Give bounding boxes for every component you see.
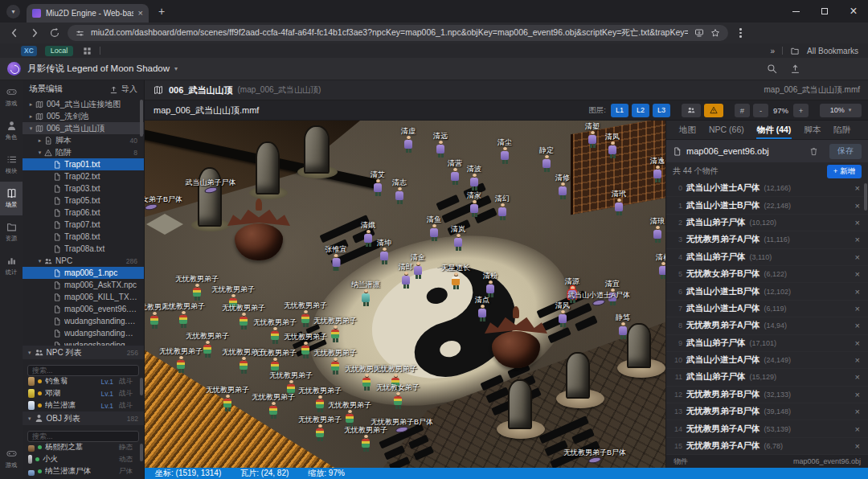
object-delete-icon[interactable]: × xyxy=(855,424,860,434)
npc-wd[interactable]: 清家 xyxy=(467,191,481,217)
npc-wd[interactable]: 清远 xyxy=(433,132,448,158)
bookmark-local[interactable]: Local xyxy=(45,46,74,56)
object-delete-icon[interactable]: × xyxy=(855,321,860,330)
add-object-button[interactable]: + 新增 xyxy=(827,165,862,178)
object-scrollbar-thumb[interactable] xyxy=(864,183,867,211)
object-delete-icon[interactable]: × xyxy=(855,201,860,211)
npc-list-item[interactable]: 钓鱼翁Lv.1战斗 xyxy=(23,375,144,387)
object-row[interactable]: 10武当山小道士A尸体(24,149)× xyxy=(666,352,868,369)
chevron-right-icon[interactable]: ▸ xyxy=(36,137,43,144)
object-delete-icon[interactable]: × xyxy=(855,183,860,193)
new-tab-button[interactable]: + xyxy=(158,5,165,18)
npc-wd[interactable]: 静笃 xyxy=(616,313,630,339)
all-bookmarks-label[interactable]: All Bookmarks xyxy=(807,47,858,55)
zoom-in-button[interactable]: + xyxy=(793,104,809,117)
npc-wd[interactable]: 清逸 xyxy=(650,157,665,182)
bookmark-star-icon[interactable] xyxy=(710,28,720,38)
npc-visibility-button[interactable] xyxy=(682,104,701,117)
chevron-down-icon[interactable]: ▾ xyxy=(27,125,35,132)
site-settings-icon[interactable] xyxy=(76,29,84,38)
window-minimize-button[interactable] xyxy=(781,0,810,23)
rail-item-统计[interactable]: 统计 xyxy=(0,249,23,283)
chevron-down-icon[interactable]: ▾ xyxy=(36,258,43,264)
tree-item[interactable]: Trap01.txt xyxy=(23,158,144,170)
chevron-down-icon[interactable]: ▾ xyxy=(36,149,43,156)
rail-item-角色[interactable]: 角色 xyxy=(0,114,23,148)
tree-item[interactable]: ▾006_武当山山顶 xyxy=(23,122,144,134)
npc-wd[interactable]: 清鱼 xyxy=(427,215,441,241)
npc-wd[interactable]: 清岚 xyxy=(451,225,465,251)
obj-list-item[interactable]: 小火动态 xyxy=(23,453,144,465)
npc-wy[interactable]: 无忧教男弟子 xyxy=(298,416,342,441)
npc-list-section-header[interactable]: ▾ NPC 列表 256 xyxy=(23,346,144,359)
install-app-icon[interactable] xyxy=(694,28,704,38)
tree-item[interactable]: map006_KILL_TX.npc xyxy=(23,291,144,303)
object-row[interactable]: 13无忧教男弟子B尸体(39,148)× xyxy=(666,403,868,420)
tree-item[interactable]: Trap07.txt xyxy=(23,219,144,231)
reload-icon[interactable] xyxy=(49,27,60,39)
npc-wd[interactable]: 张惟宜 xyxy=(326,245,347,271)
chevron-right-icon[interactable]: ▸ xyxy=(27,113,35,120)
object-row[interactable]: 12无忧教男弟子B尸体(32,133)× xyxy=(666,387,868,403)
npc-wd[interactable]: 静定 xyxy=(539,146,554,172)
npc-wd[interactable]: 清尘 xyxy=(497,138,512,164)
npc-wd[interactable]: 清塑 xyxy=(585,122,600,148)
obj-list-item[interactable]: 纳兰潜凛尸体尸体 xyxy=(23,465,144,477)
tree-item[interactable]: wudangshanding.npc xyxy=(23,315,144,327)
tree-item[interactable]: map006_event96.npc xyxy=(23,303,144,315)
obj-search-input[interactable] xyxy=(27,431,139,442)
bookmarks-overflow-chevrons[interactable]: » xyxy=(771,47,776,55)
npc-wd[interactable]: 清虚 xyxy=(401,127,416,153)
npc-wd[interactable]: 清营 xyxy=(448,159,462,185)
tree-item[interactable]: ▾NPC286 xyxy=(23,255,144,267)
panel-tab-NPC (66)[interactable]: NPC (66) xyxy=(702,121,751,139)
npc-wd[interactable]: 清琅 xyxy=(650,217,665,243)
export-icon[interactable] xyxy=(790,63,800,74)
browser-tab[interactable]: Miu2D Engine - Web-based 2D × xyxy=(27,4,149,23)
rail-item-资源[interactable]: 资源 xyxy=(0,215,23,249)
npc-wd[interactable]: 清娥 xyxy=(361,221,375,247)
npc-wd[interactable]: 清粉 xyxy=(483,272,497,297)
layer-1-button[interactable]: L1 xyxy=(611,104,628,117)
object-delete-icon[interactable]: × xyxy=(855,304,860,313)
npc-wy[interactable]: 无忧教女弟子 xyxy=(376,383,420,409)
npc-corpse[interactable]: 武当山弟子尸体 xyxy=(186,178,236,193)
back-icon[interactable] xyxy=(9,27,20,39)
npc-wd[interactable]: 清波 xyxy=(467,165,481,190)
apps-grid-icon[interactable] xyxy=(83,47,92,55)
tree-item[interactable]: ▸004_武当山连接地图 xyxy=(23,98,144,110)
object-delete-icon[interactable]: × xyxy=(855,235,860,244)
panel-tab-脚本[interactable]: 脚本 xyxy=(797,121,827,139)
npc-wd[interactable]: 清凤 xyxy=(605,133,620,158)
npc-search-input[interactable] xyxy=(27,365,139,376)
object-row[interactable]: 15无忧教男弟子A尸体(6,78)× xyxy=(666,438,868,455)
npc-wd[interactable]: 清坤 xyxy=(377,239,391,264)
npc-wd[interactable]: 清志 xyxy=(392,178,407,204)
project-title[interactable]: 月影传说 Legend of Moon Shadow xyxy=(27,63,170,75)
scale-dropdown[interactable]: 10%▾ xyxy=(820,104,862,117)
chevron-right-icon[interactable]: ▸ xyxy=(27,101,35,108)
tree-item[interactable]: wudangshanding1.npc xyxy=(23,327,144,339)
tree-item[interactable]: ▸脚本40 xyxy=(23,134,144,146)
npc-wd[interactable]: 清郎 xyxy=(399,263,413,289)
tree-item[interactable]: Trap06.txt xyxy=(23,207,144,219)
npc-corpse[interactable]: 无忧教女弟子B尸体 xyxy=(145,195,182,210)
rail-item-bottom-游戏[interactable]: 游戏 xyxy=(0,442,23,476)
object-row[interactable]: 0武当山小道士A尸体(12,166)× xyxy=(666,180,868,197)
npc-wy[interactable]: 无忧教男弟子 xyxy=(159,347,203,373)
object-row[interactable]: 5无忧教女弟子B尸体(6,122)× xyxy=(666,266,868,283)
object-delete-icon[interactable]: × xyxy=(855,338,860,348)
object-delete-icon[interactable]: × xyxy=(855,287,860,297)
all-bookmarks-folder-icon[interactable] xyxy=(790,47,800,55)
object-delete-icon[interactable]: × xyxy=(855,355,860,365)
tab-search-chevron-icon[interactable]: ▾ xyxy=(6,5,20,18)
project-chevron-down-icon[interactable]: ▾ xyxy=(174,65,178,72)
panel-tab-物件 (44)[interactable]: 物件 (44) xyxy=(751,121,798,139)
tree-item[interactable]: wudangshanding2.npc xyxy=(23,339,144,346)
rail-item-游戏[interactable]: 游戏 xyxy=(0,80,23,114)
save-button[interactable]: 保存 xyxy=(829,144,862,159)
tree-item[interactable]: Trap08.txt xyxy=(23,231,144,243)
npc-wy[interactable]: 无忧教男弟子 xyxy=(252,393,295,419)
npc-corpse[interactable]: 无忧教男弟子B尸体 xyxy=(563,448,626,463)
map-tab-title[interactable]: 006_武当山山顶 xyxy=(169,84,232,96)
